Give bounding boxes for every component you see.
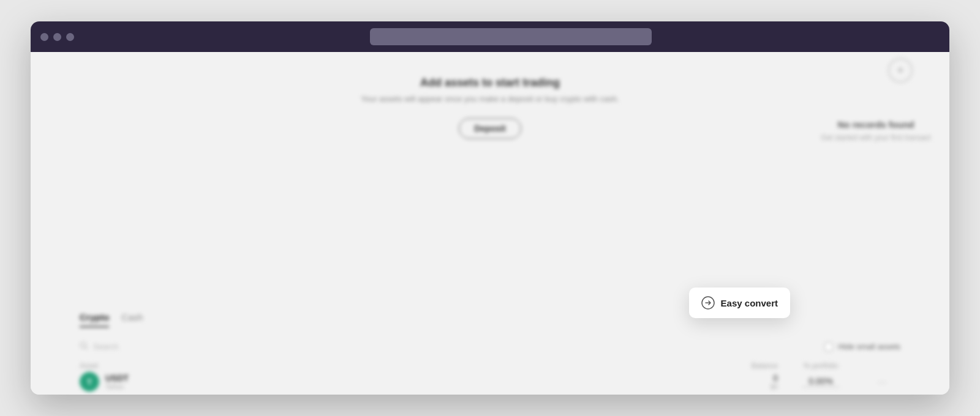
asset-icon-usdt: T	[80, 372, 99, 392]
portfolio-pct: 0.00%	[778, 376, 864, 386]
portfolio-cell: 0.00%	[778, 376, 864, 388]
table-row: T USDT Tether 0 $0 0.00% —	[80, 372, 900, 392]
search-icon	[80, 341, 88, 352]
balance-amount: 0	[704, 373, 778, 383]
tabs-section: Crypto Cash	[80, 312, 143, 327]
portfolio-bar	[802, 386, 839, 388]
traffic-lights	[40, 33, 74, 41]
controls-row: Search Hide small assets	[80, 341, 900, 352]
page-subtitle: Your assets will appear once you make a …	[288, 94, 692, 103]
traffic-light-maximize[interactable]	[66, 33, 74, 41]
no-records-subtitle: Get started with your first transact	[815, 133, 937, 142]
hide-small-assets-toggle[interactable]: Hide small assets	[824, 342, 900, 351]
right-panel: + No records found Get started with your…	[802, 52, 949, 154]
top-section: Add assets to start trading Your assets …	[276, 52, 704, 157]
traffic-light-minimize[interactable]	[53, 33, 61, 41]
column-header-asset: Asset	[80, 362, 704, 370]
easy-convert-label: Easy convert	[721, 298, 778, 308]
browser-titlebar	[31, 21, 949, 52]
asset-info: USDT Tether	[105, 373, 129, 390]
easy-convert-tooltip[interactable]: Easy convert	[689, 288, 790, 318]
add-icon[interactable]: +	[888, 58, 913, 83]
traffic-light-close[interactable]	[40, 33, 48, 41]
asset-cell: T USDT Tether	[80, 372, 704, 392]
main-blurred-background: Add assets to start trading Your assets …	[31, 52, 949, 395]
svg-line-1	[86, 347, 88, 349]
action-cell: —	[864, 377, 900, 387]
asset-fullname: Tether	[105, 383, 129, 390]
easy-convert-icon	[701, 296, 715, 310]
hide-small-assets-checkbox[interactable]	[824, 343, 833, 351]
asset-symbol: USDT	[105, 373, 129, 383]
no-records-title: No records found	[815, 119, 937, 130]
tab-cash[interactable]: Cash	[121, 312, 143, 327]
search-placeholder-text: Search	[93, 342, 118, 351]
search-container: Search	[80, 341, 815, 352]
deposit-button[interactable]: Deposit	[459, 118, 521, 139]
browser-content: Add assets to start trading Your assets …	[31, 52, 949, 395]
table-headers: Asset Balance % portfolio	[80, 362, 900, 370]
browser-window: Add assets to start trading Your assets …	[31, 21, 949, 395]
address-bar[interactable]	[370, 28, 652, 45]
column-header-portfolio: % portfolio	[778, 362, 864, 370]
tab-crypto[interactable]: Crypto	[80, 312, 109, 327]
balance-cell: 0 $0	[704, 373, 778, 390]
column-header-balance: Balance	[704, 362, 778, 370]
page-title: Add assets to start trading	[288, 76, 692, 89]
balance-usd: $0	[704, 383, 778, 390]
hide-small-assets-label: Hide small assets	[838, 342, 900, 351]
